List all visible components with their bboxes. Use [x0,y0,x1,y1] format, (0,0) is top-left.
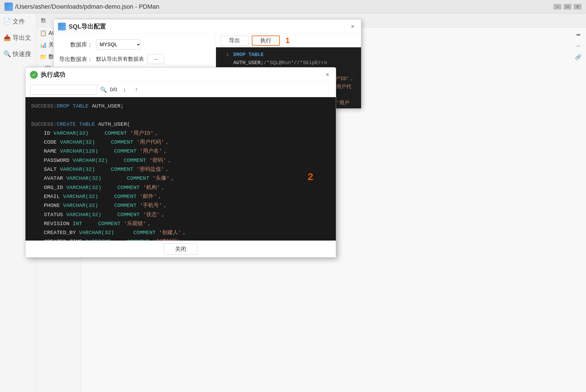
code-line-phone: PHONE VARCHAR(32) COMMENT '手机号'， [31,201,330,210]
code-line-email: EMAIL VARCHAR(32) COMMENT '邮件'， [31,192,330,201]
code-line-code: CODE VARCHAR(32) COMMENT '用户代码'， [31,138,330,147]
code-line-password: PASSWORD VARCHAR(32) COMMENT '密码'， [31,156,330,165]
export-data-row: 导出数据表： 默认导出所有数据表 ··· [59,54,210,64]
exec-success-dialog: ✓ 执行成功 × 🔍 0/0 ↓ ↑ SUCCESS:DROP TABLE AU… [25,67,336,258]
search-icon: 🔍 [3,50,11,58]
title-bar: /Users/asher/Downloads/pdman-demo.json -… [0,0,586,13]
exec-dialog-title-text: 执行成功 [41,71,65,79]
sql-export-close-button[interactable]: × [349,23,357,31]
sidebar-search-label: 快速搜 [13,50,31,58]
exec-dialog-title-bar: ✓ 执行成功 × [25,67,336,82]
right-icon-btn-diagram[interactable]: 🔗 [573,52,583,62]
sidebar-file-label: 文件 [13,17,25,26]
line-content-1: DROP TABLE AUTH_USER;/*SQL@Run*//*SkipEr… [233,51,357,67]
maximize-button[interactable]: □ [564,4,571,10]
execute-button[interactable]: 执行 [252,36,280,46]
app-icon [4,3,13,11]
export-data-label: 导出数据表： [59,55,93,63]
success-icon: ✓ [30,71,38,79]
right-icons-panel: ➡ ↔ 🔗 [572,27,586,64]
sidebar-item-search[interactable]: 🔍 快速搜 [0,46,36,62]
export-icon: 📤 [3,34,11,41]
code-line-avatar: AVATAR VARCHAR(32) COMMENT '头像'， [31,174,330,183]
close-app-button[interactable]: × [574,4,582,10]
line-num-1: 1 [220,51,229,67]
code-line-created-time: CREATED_TIME DATETIME COMMENT '创建时间'， [31,237,330,241]
sql-export-dialog-icon [58,23,66,31]
minimize-button[interactable]: – [554,4,561,10]
badge-1: 1 [285,36,290,45]
exec-search-icon[interactable]: 🔍 [100,86,107,93]
code-line-id: ID VARCHAR(32) COMMENT '用户ID'， [31,129,330,138]
database-select[interactable]: MYSQL PostgreSQL Oracle SQLite [96,39,141,50]
database-label: 数据库： [59,41,93,48]
badge-2: 2 [307,169,313,186]
exec-code-area[interactable]: SUCCESS:DROP TABLE AUTH_USER; SUCCESS:CR… [25,97,336,241]
file-icon: 📄 [3,18,11,25]
code-line-revision: REVISION INT COMMENT '乐观锁'， [31,219,330,228]
exec-search-bar: 🔍 0/0 ↓ ↑ [25,82,336,97]
export-button[interactable]: 导出 [220,36,248,46]
sidebar-item-export[interactable]: 📤 导出文 [0,30,36,46]
database-row: 数据库： MYSQL PostgreSQL Oracle SQLite [59,39,210,50]
sql-action-bar: 导出 执行 1 [216,34,361,47]
window-controls: – □ × [554,4,582,10]
export-data-dots-button[interactable]: ··· [147,54,164,64]
sql-line-1: 1 DROP TABLE AUTH_USER;/*SQL@Run*//*Skip… [220,51,357,67]
code-line-org: ORG_ID VARCHAR(32) COMMENT '机构'， [31,183,330,192]
exec-dialog-footer: 关闭 [25,241,336,257]
code-line-salt: SALT VARCHAR(32) COMMENT '密码盐值'， [31,165,330,174]
toolbar-label: 数 [41,17,46,24]
exec-nav-up-button[interactable]: ↑ [132,85,141,94]
exec-close-button[interactable]: 关闭 [164,244,197,255]
code-line-1: SUCCESS:DROP TABLE AUTH_USER; [31,102,330,111]
app-window: /Users/asher/Downloads/pdman-demo.json -… [0,0,586,392]
sql-export-dialog-title-bar: SQL导出配置 × [54,19,361,34]
app-title: /Users/asher/Downloads/pdman-demo.json -… [15,3,159,10]
right-icon-btn-2[interactable]: ↔ [573,41,583,51]
code-line-3: SUCCESS:CREATE TABLE AUTH_USER( [31,120,330,129]
sidebar-item-file[interactable]: 📄 文件 [0,13,36,30]
sql-export-dialog-title: SQL导出配置 [69,22,106,31]
exec-search-input[interactable] [30,85,97,95]
right-icon-btn-1[interactable]: ➡ [573,30,583,40]
code-line-created-by: CREATED_BY VARCHAR(32) COMMENT '创建人'， [31,228,330,237]
code-line-status: STATUS VARCHAR(32) COMMENT '状态'， [31,210,330,219]
exec-search-count: 0/0 [110,87,117,93]
export-data-value: 默认导出所有数据表 [96,55,144,63]
code-line-name: NAME VARCHAR(128) COMMENT '用户名'， [31,147,330,156]
folder-icon: 📁 [40,53,47,60]
diagram-icon: 📊 [40,41,47,48]
exec-dialog-close-button[interactable]: × [324,71,331,79]
sidebar-export-label: 导出文 [13,34,31,42]
table-icon: 📋 [40,30,47,36]
exec-nav-down-button[interactable]: ↓ [120,85,129,94]
